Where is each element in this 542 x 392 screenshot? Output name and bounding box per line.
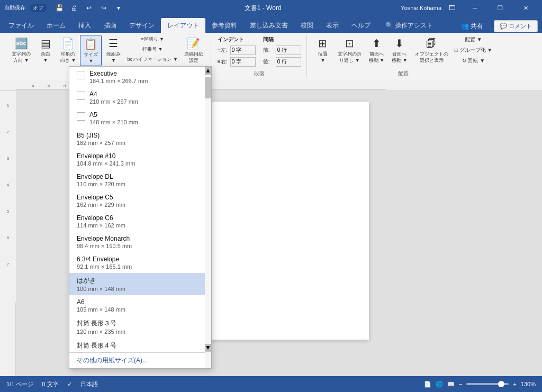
more-paper-sizes-button[interactable]: その他の用紙サイズ(A)... (69, 352, 211, 368)
send-backward-icon: ⬇ (395, 37, 404, 50)
tab-draw[interactable]: 描画 (97, 18, 123, 33)
list-item[interactable]: A4 210 mm × 297 mm (69, 87, 211, 108)
indent-right-input[interactable]: 0 字 (230, 57, 256, 67)
ribbon-toggle[interactable]: 🗔 (446, 2, 458, 14)
item-text: A5 148 mm × 210 mm (89, 111, 204, 125)
group-button[interactable]: □ グループ化 ▼ (453, 45, 495, 55)
tab-file[interactable]: ファイル (2, 18, 40, 33)
tab-search[interactable]: 🔍 操作アシスト (379, 18, 439, 33)
hyphenation-button[interactable]: bc ハイフネーション ▼ (125, 55, 179, 64)
svg-text:4: 4 (32, 84, 34, 88)
position-button[interactable]: ⊞ 位置▼ (312, 35, 333, 65)
columns-button[interactable]: ☰ 段組み▼ (103, 35, 124, 65)
orientation-button[interactable]: 📄 印刷の向き ▼ (57, 35, 79, 65)
tab-review[interactable]: 校閲 (294, 18, 320, 33)
left-margin: 1 2 3 4 5 6 7 (0, 91, 16, 392)
tab-design[interactable]: デザイン (123, 18, 161, 33)
spacing-before-input[interactable]: 0 行 (276, 45, 301, 55)
draft-paper-button[interactable]: 📝 原稿用紙設定 (181, 35, 206, 65)
list-item[interactable]: 6 3/4 Envelope 92.1 mm × 165.1 mm (69, 252, 211, 273)
vertical-ruler: 1 2 3 4 5 6 7 (0, 91, 16, 303)
list-item-hagaki[interactable]: はがき 100 mm × 148 mm (69, 273, 211, 295)
zoom-minus-button[interactable]: − (459, 381, 462, 387)
size-button[interactable]: 📋 サイズ▼ (80, 35, 102, 66)
ribbon-group-indent: インデント ≡左: 0 字 ≡右: 0 字 間隔 前: 0 行 (212, 35, 307, 77)
indent-spacing-container: インデント ≡左: 0 字 ≡右: 0 字 (216, 35, 257, 68)
view-normal-icon[interactable]: 📄 (424, 381, 431, 388)
list-item[interactable]: 封筒 長形４号 90 mm × 205 mm (69, 338, 211, 352)
tab-help[interactable]: ヘルプ (345, 18, 377, 33)
item-name: A6 (77, 298, 204, 306)
item-text: A6 105 mm × 148 mm (77, 298, 204, 313)
zoom-level[interactable]: 130% (521, 381, 536, 387)
wrap-text-button[interactable]: ⊡ 文字列の折り返し ▼ (335, 35, 365, 65)
send-backward-button[interactable]: ⬇ 背面へ移動 ▼ (389, 35, 410, 65)
svg-text:6: 6 (48, 84, 50, 88)
item-name: A5 (89, 111, 204, 118)
list-item[interactable]: A6 105 mm × 148 mm (69, 295, 211, 316)
view-read-icon[interactable]: 📖 (447, 381, 455, 388)
tab-layout[interactable]: レイアウト (161, 18, 205, 33)
scrollbar-track[interactable]: ▲ ▼ (205, 67, 211, 368)
indent-left-input[interactable]: 0 字 (230, 45, 256, 55)
list-item[interactable]: Executive 184.1 mm × 266.7 mm (69, 67, 211, 87)
comment-button[interactable]: 💬 コメント (494, 20, 538, 32)
draft-paper-label: 原稿用紙設定 (184, 51, 203, 63)
item-name: はがき (77, 276, 204, 285)
item-size: 184.1 mm × 266.7 mm (89, 78, 204, 84)
svg-text:1: 1 (7, 103, 10, 108)
view-web-icon[interactable]: 🌐 (436, 381, 443, 388)
restore-button[interactable]: ❒ (488, 0, 512, 16)
rotate-button[interactable]: ↻ 回転 ▼ (453, 56, 495, 66)
item-name: Envelope DL (77, 173, 204, 180)
margins-icon: ▤ (41, 37, 51, 50)
text-direction-button[interactable]: 🔤 文字列の方向 ▼ (8, 35, 34, 65)
tab-insert[interactable]: 挿入 (72, 18, 97, 33)
margins-button[interactable]: ▤ 余白▼ (35, 35, 56, 65)
save-icon[interactable]: 💾 (53, 2, 66, 14)
close-button[interactable]: ✕ (513, 0, 538, 16)
undo-icon[interactable]: ↩ (83, 2, 95, 14)
svg-text:5: 5 (7, 209, 10, 214)
item-text: 6 3/4 Envelope 92.1 mm × 165.1 mm (77, 256, 204, 270)
tab-mailings[interactable]: 差し込み文書 (243, 18, 294, 33)
share-button[interactable]: 👥 共有 (455, 20, 490, 33)
item-size: 120 mm × 235 mm (77, 329, 204, 335)
svg-text:8: 8 (64, 84, 66, 88)
breaks-button[interactable]: ≡区切り ▼ (125, 35, 179, 44)
autosave-toggle[interactable]: オフ (30, 4, 47, 12)
selection-pane-button[interactable]: 🗐 オブジェクトの選択と表示 (412, 35, 451, 65)
proofread-icon: ✓ (67, 381, 72, 388)
zoom-plus-button[interactable]: + (513, 381, 516, 387)
indent-group-label: 段落 (216, 70, 302, 77)
scroll-down-arrow[interactable]: ▼ (205, 344, 211, 352)
spacing-after-input[interactable]: 0 行 (276, 57, 301, 67)
list-item[interactable]: B5 (JIS) 182 mm × 257 mm (69, 129, 211, 149)
redo-icon[interactable]: ↪ (97, 2, 110, 14)
customize-icon[interactable]: ▼ (112, 2, 125, 14)
list-item[interactable]: Envelope Monarch 98.4 mm × 190.5 mm (69, 232, 211, 252)
print-icon[interactable]: 🖨 (68, 2, 80, 14)
scrollbar-thumb[interactable] (205, 77, 211, 98)
list-item[interactable]: Envelope C5 162 mm × 229 mm (69, 190, 211, 211)
scroll-up-arrow[interactable]: ▲ (205, 67, 211, 75)
list-item[interactable]: A5 148 mm × 210 mm (69, 108, 211, 129)
list-item[interactable]: 封筒 長形３号 120 mm × 235 mm (69, 316, 211, 338)
tab-home[interactable]: ホーム (40, 18, 72, 33)
window-title: 文書1 - Word (125, 4, 401, 13)
align-button[interactable]: 配置 ▼ (453, 35, 495, 44)
window-controls: ─ ❒ ✕ (463, 0, 538, 16)
zoom-slider[interactable] (466, 383, 509, 385)
list-item[interactable]: Envelope C6 114 mm × 162 mm (69, 211, 211, 232)
list-item[interactable]: Envelope DL 110 mm × 220 mm (69, 170, 211, 190)
tab-references[interactable]: 参考資料 (205, 18, 243, 33)
orientation-icon: 📄 (61, 37, 75, 50)
dropdown-scroll[interactable]: Executive 184.1 mm × 266.7 mm A4 210 mm … (69, 67, 211, 352)
bring-forward-button[interactable]: ⬆ 前面へ移動 ▼ (366, 35, 387, 65)
spacing-header: 間隔 (263, 36, 301, 43)
line-numbers-button[interactable]: 行番号 ▼ (125, 45, 179, 54)
minimize-button[interactable]: ─ (463, 0, 487, 16)
list-item[interactable]: Envelope #10 104.8 mm × 241.3 mm (69, 149, 211, 170)
item-name: Envelope #10 (77, 152, 204, 160)
tab-view[interactable]: 表示 (320, 18, 345, 33)
